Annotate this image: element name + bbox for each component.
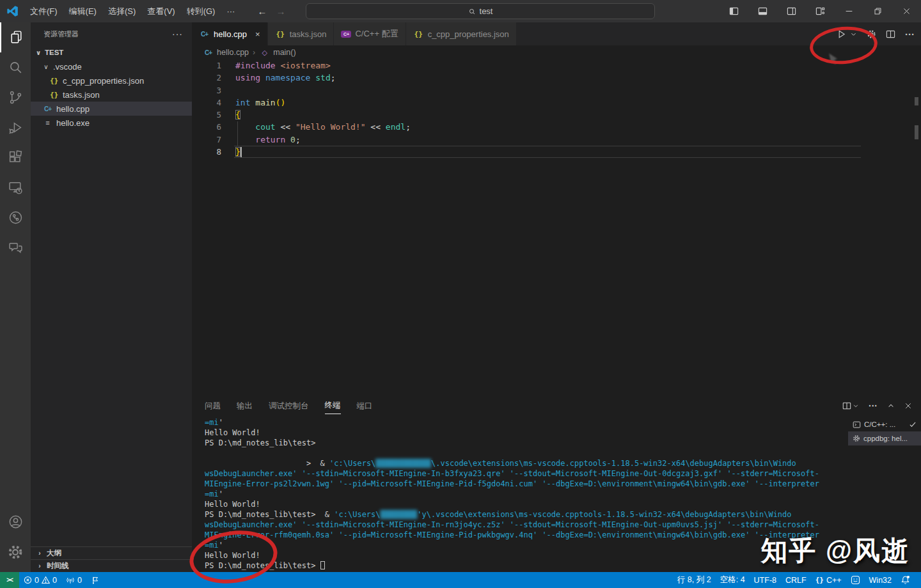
code-line-7[interactable]: 7 return 0; (192, 134, 921, 146)
tree-item-hello.cpp[interactable]: C+hello.cpp (31, 102, 192, 116)
command-center-search[interactable]: test (306, 3, 655, 19)
code-token: int (235, 98, 250, 107)
json-file-icon: {} (275, 30, 286, 38)
run-dropdown-chevron-icon[interactable] (850, 31, 857, 38)
menu-item-2[interactable]: 选择(S) (102, 0, 141, 22)
code-token: main (255, 98, 275, 107)
code-line-1[interactable]: 1#include <iostream> (192, 59, 921, 72)
section-label: 时间线 (47, 561, 69, 571)
source-control-icon[interactable] (0, 82, 31, 112)
panel-tab-问题[interactable]: 问题 (205, 396, 221, 415)
run-debug-icon[interactable] (0, 112, 31, 143)
tab-c_cpp_properties.json[interactable]: {}c_cpp_properties.json (406, 22, 517, 45)
breadcrumb-item-hello.cpp[interactable]: C+hello.cpp (203, 48, 249, 57)
section-大纲[interactable]: ›大纲 (31, 546, 192, 559)
tree-item-tasks.json[interactable]: {}tasks.json (31, 88, 192, 102)
status-eol[interactable]: CRLF (781, 572, 811, 588)
terminal-instance-C/C++: ...[interactable]: C/C++: ... (848, 417, 921, 431)
tree-item-hello.exe[interactable]: ≡hello.exe (31, 116, 192, 130)
terminal-output[interactable]: =mi'Hello World!PS D:\md_notes_lib\test>… (205, 417, 844, 571)
terminal-text: =mi (205, 418, 219, 427)
status-encoding[interactable]: UTF-8 (750, 572, 781, 588)
terminal-line-12: MIEngine-Error-rfm0qemh.0sa' '--pid=Micr… (205, 530, 844, 540)
json-file-icon: {} (49, 91, 59, 99)
terminal-line-8: =mi' (205, 489, 844, 499)
toggle-secondary-sidebar-icon[interactable] (777, 0, 806, 22)
panel-tab-调试控制台[interactable]: 调试控制台 (269, 396, 309, 415)
terminal-instance-label: C/C++: ... (864, 421, 895, 428)
indent-guide (237, 121, 238, 146)
comments-icon[interactable] (0, 233, 31, 263)
line-number: 8 (192, 146, 221, 158)
split-editor-icon[interactable] (886, 29, 895, 39)
run-button[interactable] (837, 29, 846, 39)
code-line-4[interactable]: 4int main() (192, 97, 921, 109)
problems-status[interactable]: 0 0 (19, 572, 61, 588)
tree-root-test[interactable]: ∨ TEST (31, 45, 192, 59)
symbol-file-icon: ◇ (259, 49, 270, 57)
breadcrumb-item-main()[interactable]: ◇main() (259, 48, 295, 57)
run-settings-gear-icon[interactable] (867, 29, 876, 39)
code-line-3[interactable]: 3 (192, 84, 921, 97)
remote-indicator[interactable]: >< (0, 572, 19, 588)
tab-tasks.json[interactable]: {}tasks.json (268, 22, 335, 45)
menu-item-5[interactable]: ··· (221, 0, 240, 22)
explorer-icon[interactable] (0, 22, 31, 52)
more-actions-icon[interactable]: ··· (172, 29, 183, 39)
feedback-smiley-icon[interactable] (846, 572, 865, 588)
tree-item-c_cpp_properties.json[interactable]: {}c_cpp_properties.json (31, 74, 192, 88)
tab-C/C++ 配置[interactable]: C+C/C++ 配置 (334, 22, 405, 45)
back-arrow-icon[interactable]: ← (257, 6, 267, 17)
close-icon[interactable]: × (255, 29, 260, 39)
settings-gear-icon[interactable] (0, 537, 31, 567)
panel-tab-输出[interactable]: 输出 (237, 396, 253, 415)
toggle-sidebar-icon[interactable] (720, 0, 748, 22)
customize-layout-icon[interactable] (806, 0, 835, 22)
close-panel-icon[interactable] (904, 402, 912, 410)
menu-item-0[interactable]: 文件(F) (24, 0, 63, 22)
search-sidebar-icon[interactable] (0, 52, 31, 82)
check-icon (909, 421, 917, 428)
ports-status[interactable]: 0 (61, 572, 86, 588)
menu-item-4[interactable]: 转到(G) (181, 0, 221, 22)
split-terminal-icon[interactable] (842, 401, 859, 410)
terminal-icon (853, 421, 861, 429)
accounts-icon[interactable] (0, 507, 31, 537)
extensions-icon[interactable] (0, 143, 31, 173)
code-text (221, 84, 235, 97)
toggle-panel-icon[interactable] (748, 0, 777, 22)
close-icon[interactable] (892, 0, 921, 22)
status-platform[interactable]: Win32 (865, 572, 896, 588)
panel-more-actions-icon[interactable]: ··· (869, 401, 878, 411)
debug-start-status[interactable] (86, 572, 104, 588)
code-line-2[interactable]: 2using namespace std; (192, 72, 921, 84)
status-bar: >< 0 0 0 行 8, 列 2 空格: 4 UTF-8 CRLF {} C+… (0, 572, 921, 588)
remote-explorer-icon[interactable] (0, 173, 31, 203)
file-tree: ∨.vscode{}c_cpp_properties.json{}tasks.j… (31, 59, 192, 130)
terminal-instance-cppdbg: hel...[interactable]: cppdbg: hel... (848, 431, 921, 445)
notifications-bell-icon[interactable] (896, 572, 915, 588)
breadcrumb[interactable]: C+hello.cpp›◇main() (192, 45, 921, 59)
terminal-text: ' (219, 541, 223, 550)
code-editor[interactable]: 1#include <iostream>2using namespace std… (192, 59, 921, 158)
status-indent[interactable]: 空格: 4 (716, 572, 750, 588)
status-language[interactable]: {} C++ (811, 572, 846, 588)
code-line-8[interactable]: 8} (192, 146, 921, 158)
menu-item-1[interactable]: 编辑(E) (63, 0, 102, 22)
maximize-panel-chevron-icon[interactable] (887, 402, 895, 410)
forward-arrow-icon[interactable]: → (276, 6, 285, 17)
restore-icon[interactable] (863, 0, 892, 22)
panel-tab-终端[interactable]: 终端 (325, 396, 341, 414)
minimize-icon[interactable] (835, 0, 863, 22)
live-share-icon[interactable] (0, 203, 31, 233)
section-时间线[interactable]: ›时间线 (31, 559, 192, 572)
code-line-6[interactable]: 6 cout << "Hello World!" << endl; (192, 121, 921, 133)
code-line-5[interactable]: 5{ (192, 109, 921, 121)
tab-label: c_cpp_properties.json (428, 29, 509, 39)
editor-more-actions-icon[interactable]: ··· (905, 29, 915, 40)
status-line-col[interactable]: 行 8, 列 2 (673, 572, 716, 588)
tree-item-.vscode[interactable]: ∨.vscode (31, 59, 192, 74)
menu-item-3[interactable]: 查看(V) (141, 0, 180, 22)
tab-hello.cpp[interactable]: C+hello.cpp× (192, 22, 268, 45)
panel-tab-端口[interactable]: 端口 (357, 396, 373, 415)
